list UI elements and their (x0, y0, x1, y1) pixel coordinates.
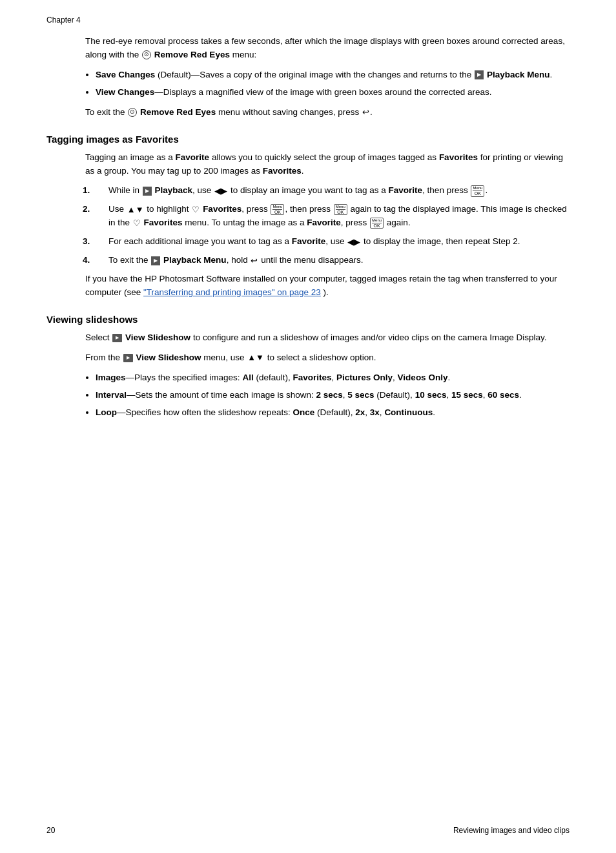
transfer-paragraph: If you have the HP Photosmart Software i… (85, 272, 570, 300)
leftright-icon-2: ◀▶ (347, 236, 360, 249)
step-2: 2. Use ▲▼ to highlight ♡ Favorites, pres… (96, 203, 570, 230)
step-4: 4. To exit the Playback Menu, hold ↩ unt… (96, 254, 570, 267)
updown-icon-slideshow: ▲▼ (247, 351, 264, 364)
back-icon-step4: ↩ (251, 254, 258, 267)
step-1: 1. While in Playback, use ◀▶ to display … (96, 184, 570, 198)
leftright-icon: ◀▶ (214, 185, 227, 198)
step-3: 3. For each additional image you want to… (96, 235, 570, 249)
slideshow-icon-2 (123, 354, 133, 362)
tagging-intro-paragraph: Tagging an image as a Favorite allows yo… (85, 151, 570, 178)
intro-bullets: Save Changes (Default)—Saves a copy of t… (96, 68, 570, 99)
slideshow-from-paragraph: From the View Slideshow menu, use ▲▼ to … (85, 351, 570, 365)
section-tagging-heading: Tagging images as Favorites (46, 134, 570, 145)
favorites-icon-2: ♡ (133, 217, 141, 230)
slideshow-icon (112, 334, 122, 342)
transfer-link[interactable]: "Transferring and printing images" on pa… (143, 287, 321, 297)
section-slideshows-heading: Viewing slideshows (46, 314, 570, 325)
playback-icon-step1 (143, 187, 152, 196)
updown-icon: ▲▼ (127, 203, 144, 216)
intro-paragraph: The red-eye removal process takes a few … (85, 35, 570, 62)
bullet-view-changes: View Changes—Displays a magnified view o… (96, 86, 570, 99)
slideshow-intro-paragraph: Select View Slideshow to configure and r… (85, 331, 570, 345)
tagging-steps: 1. While in Playback, use ◀▶ to display … (96, 184, 570, 267)
slideshow-bullet-loop: Loop—Specifies how often the slideshow r… (96, 406, 570, 420)
page-footer: 20 Reviewing images and video clips (46, 826, 570, 835)
playback-icon-step4 (151, 256, 160, 265)
footer-title: Reviewing images and video clips (453, 826, 570, 835)
bullet-save-changes: Save Changes (Default)—Saves a copy of t… (96, 68, 570, 82)
menu-ok-icon-3: MenuOK (334, 204, 347, 215)
menu-ok-icon-2: MenuOK (271, 204, 284, 215)
chapter-label: Chapter 4 (46, 15, 570, 25)
slideshow-bullet-interval: Interval—Sets the amount of time each im… (96, 389, 570, 402)
menu-ok-icon-4: MenuOK (370, 218, 384, 229)
page-number: 20 (46, 826, 55, 835)
page: Chapter 4 The red-eye removal process ta… (0, 0, 616, 853)
playback-icon (475, 70, 484, 79)
slideshow-bullet-images: Images—Plays the specified images: All (… (96, 371, 570, 385)
favorites-icon: ♡ (192, 203, 200, 216)
slideshow-bullets: Images—Plays the specified images: All (… (96, 371, 570, 420)
remove-red-eyes-icon (142, 50, 151, 59)
exit-paragraph: To exit the Remove Red Eyes menu without… (85, 106, 570, 119)
remove-red-eyes-icon-2 (128, 108, 137, 117)
back-icon: ↩ (362, 106, 369, 119)
menu-ok-icon-1: MenuOK (471, 185, 484, 196)
